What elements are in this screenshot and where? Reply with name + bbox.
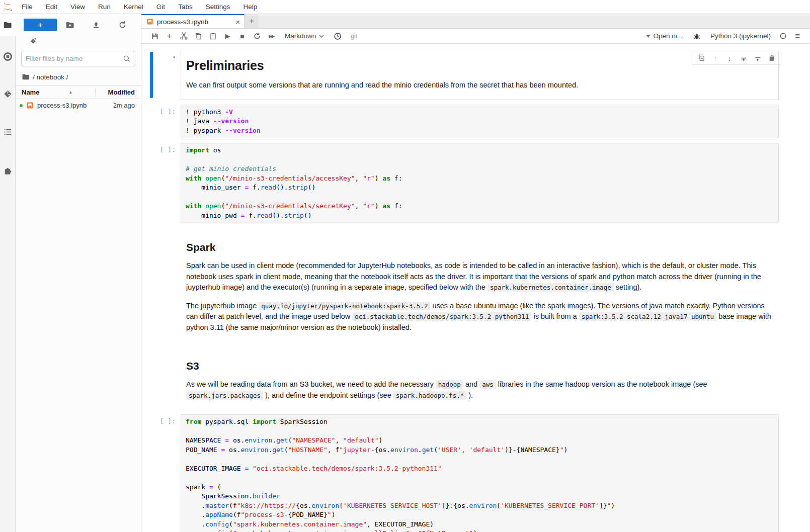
tab-process-s3[interactable]: process-s3.ipynb × — [141, 14, 245, 28]
tab-label: process-s3.ipynb — [157, 18, 232, 26]
code-line: import os — [186, 146, 774, 155]
sort-ascending-icon[interactable]: ▲ — [68, 90, 72, 95]
code-editor[interactable]: from pyspark.sql import SparkSession NAM… — [181, 414, 779, 532]
code-cell[interactable]: [ ]:import os # get minio credentialswit… — [145, 143, 779, 223]
inline-code: hadoop — [436, 380, 463, 389]
menu-file[interactable]: File — [15, 3, 39, 11]
breadcrumb[interactable]: / notebook / — [16, 71, 141, 85]
cut-icon[interactable] — [177, 29, 191, 44]
main-area: process-s3.ipynb × + + ▶ — [141, 14, 810, 532]
column-divider — [95, 88, 96, 96]
cell-prompt — [145, 228, 181, 342]
kernel-status-icon[interactable] — [776, 29, 790, 44]
menu-git[interactable]: Git — [150, 3, 172, 11]
search-icon — [123, 55, 131, 63]
column-modified[interactable]: Modified — [100, 88, 135, 96]
copy-icon[interactable] — [191, 29, 206, 44]
markdown-rendered: SparkSpark can be used in client mode (r… — [181, 228, 779, 342]
open-in-dropdown[interactable]: Open in... — [646, 32, 683, 40]
code-editor[interactable]: import os # get minio credentialswith op… — [181, 143, 779, 223]
paste-icon[interactable] — [206, 29, 220, 44]
tab-bar: process-s3.ipynb × + — [141, 14, 810, 29]
column-name[interactable]: Name — [22, 88, 39, 96]
file-row[interactable]: process-s3.ipynb2m ago — [16, 99, 141, 112]
code-line: # get minio credentials — [186, 164, 774, 174]
cell-prompt: [ ]: — [145, 414, 181, 532]
restart-run-all-icon[interactable]: ▶▶ — [264, 29, 279, 44]
save-icon[interactable] — [147, 29, 162, 44]
history-clock-icon[interactable] — [330, 29, 345, 44]
menu-items: FileEditViewRunKernelGitTabsSettingsHelp — [15, 0, 264, 14]
upload-button[interactable] — [83, 21, 109, 29]
code-line — [186, 473, 774, 483]
menu-tabs[interactable]: Tabs — [172, 3, 199, 11]
markdown-paragraph: As we will be reading data from an S3 bu… — [186, 379, 772, 401]
code-line: minio_user = f.read().strip() — [186, 183, 774, 193]
run-icon[interactable]: ▶ — [220, 29, 235, 44]
notebook-toolbar: + ▶ ■ ▶▶ Markdown — [141, 29, 810, 44]
git-clone-icon[interactable] — [29, 37, 141, 45]
code-editor[interactable]: ! python3 -V! java --version! pyspark --… — [181, 105, 779, 139]
code-cell[interactable]: [ ]:! python3 -V! java --version! pyspar… — [145, 105, 779, 139]
cell-prompt: [ ]: — [145, 143, 181, 223]
caret-down-icon — [646, 35, 651, 38]
jupyter-logo-icon — [0, 2, 15, 12]
new-folder-button[interactable] — [57, 21, 83, 30]
menu-run[interactable]: Run — [92, 3, 117, 11]
heading-collapser-icon[interactable]: ▾ — [173, 54, 176, 60]
file-browser-panel: + — [16, 14, 141, 532]
code-line: .appName(f"process-s3-{POD_NAME}") — [186, 510, 774, 520]
code-cell[interactable]: [ ]:from pyspark.sql import SparkSession… — [145, 414, 779, 532]
stop-icon[interactable]: ■ — [235, 29, 250, 44]
markdown-cell[interactable]: SparkSpark can be used in client mode (r… — [145, 228, 779, 342]
code-line: .config("spark.kubernetes.container.imag… — [186, 529, 774, 532]
inline-code: spark.hadoopo.fs.* — [393, 391, 466, 400]
toolbar-overflow-icon[interactable]: ≡ — [790, 29, 805, 44]
menu-settings[interactable]: Settings — [199, 3, 237, 11]
inline-code: spark.jars.packages — [186, 391, 263, 400]
add-cell-icon[interactable]: + — [162, 29, 177, 44]
table-of-contents-icon[interactable] — [0, 121, 16, 143]
running-sessions-icon[interactable] — [0, 45, 16, 67]
code-line: spark = ( — [186, 483, 774, 492]
cell-type-dropdown[interactable]: Markdown — [285, 32, 324, 40]
activity-bar — [0, 14, 16, 532]
code-line — [186, 455, 774, 464]
debugger-bug-icon[interactable] — [690, 29, 704, 44]
new-tab-button[interactable]: + — [245, 14, 259, 28]
inline-code: spark:3.5.2-scala2.12-java17-ubuntu — [579, 312, 716, 321]
markdown-cell[interactable]: S3As we will be reading data from an S3 … — [145, 346, 779, 410]
inline-code: quay.io/jupyter/pyspark-notebook:spark-3… — [259, 302, 430, 310]
file-browser-icon[interactable] — [0, 14, 16, 36]
cell-prompt: ▾ — [145, 50, 181, 100]
refresh-button[interactable] — [110, 21, 136, 29]
filter-files-input[interactable] — [26, 55, 123, 62]
notebook-panel: ↑ ↓ ▾PreliminariesWe can first output so… — [141, 44, 810, 532]
menu-help[interactable]: Help — [236, 3, 264, 11]
inline-code: aws — [479, 380, 496, 389]
markdown-heading: S3 — [186, 360, 772, 372]
git-toolbar-label[interactable]: git — [351, 33, 357, 40]
menu-kernel[interactable]: Kernel — [117, 3, 150, 11]
git-sidebar-icon[interactable] — [0, 82, 16, 105]
code-line: EXECUTOR_IMAGE = "oci.stackable.tech/dem… — [186, 464, 774, 474]
file-browser-toolbar: + — [16, 14, 141, 34]
markdown-cell[interactable]: ▾PreliminariesWe can first output some v… — [145, 50, 779, 100]
restart-kernel-icon[interactable] — [250, 29, 264, 44]
markdown-paragraph: The jupyterhub image quay.io/jupyter/pys… — [186, 301, 772, 333]
code-line: POD_NAME = os.environ.get("HOSTNAME", f"… — [186, 446, 774, 455]
kernel-name[interactable]: Python 3 (ipykernel) — [710, 32, 771, 40]
chevron-down-icon — [319, 35, 324, 38]
new-launcher-button[interactable]: + — [24, 19, 57, 31]
extension-manager-icon[interactable] — [0, 159, 16, 182]
code-line: from pyspark.sql import SparkSession — [186, 417, 774, 427]
markdown-rendered: PreliminariesWe can first output some ve… — [181, 50, 779, 100]
menu-edit[interactable]: Edit — [39, 3, 64, 11]
tab-close-icon[interactable]: × — [235, 18, 240, 26]
file-list: process-s3.ipynb2m ago — [16, 99, 141, 112]
file-name: process-s3.ipynb — [37, 102, 113, 109]
folder-icon — [22, 73, 30, 81]
code-line: minio_pwd = f.read().strip() — [186, 211, 774, 221]
menu-view[interactable]: View — [64, 3, 92, 11]
code-line — [186, 155, 774, 165]
